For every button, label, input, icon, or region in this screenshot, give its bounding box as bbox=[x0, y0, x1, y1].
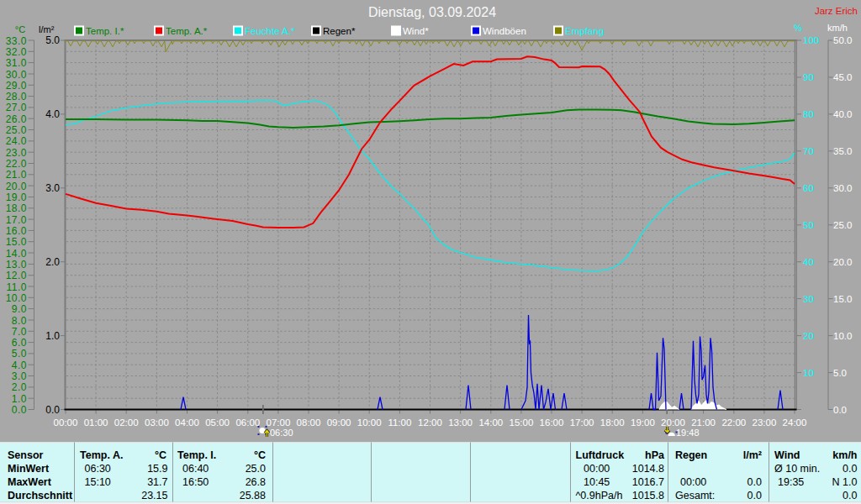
svg-text:23.15: 23.15 bbox=[141, 490, 167, 501]
svg-text:7.0: 7.0 bbox=[12, 326, 27, 338]
svg-text:19:00: 19:00 bbox=[631, 417, 655, 428]
svg-text:29.0: 29.0 bbox=[6, 80, 27, 92]
svg-text:Temp. I.*: Temp. I.* bbox=[86, 26, 124, 36]
svg-text:23.0: 23.0 bbox=[6, 147, 27, 159]
svg-text:04:00: 04:00 bbox=[175, 417, 199, 428]
svg-text:1.0: 1.0 bbox=[12, 393, 27, 405]
svg-text:10:00: 10:00 bbox=[357, 417, 382, 428]
svg-text:l/m²: l/m² bbox=[39, 24, 55, 34]
svg-text:02:00: 02:00 bbox=[114, 417, 139, 428]
svg-text:17.0: 17.0 bbox=[6, 214, 27, 226]
svg-text:Feuchte A.*: Feuchte A.* bbox=[245, 26, 295, 36]
svg-text:06:40: 06:40 bbox=[182, 463, 209, 475]
svg-text:hPa: hPa bbox=[645, 449, 665, 461]
svg-text:Wind: Wind bbox=[774, 449, 800, 461]
svg-text:80: 80 bbox=[803, 109, 814, 119]
svg-text:Gesamt:: Gesamt: bbox=[675, 490, 715, 501]
svg-text:0.0: 0.0 bbox=[747, 490, 762, 501]
svg-text:70: 70 bbox=[803, 146, 814, 156]
svg-text:4.0: 4.0 bbox=[12, 360, 27, 371]
svg-text:0.0: 0.0 bbox=[843, 490, 857, 501]
svg-text:°C: °C bbox=[15, 24, 25, 34]
svg-text:35.0: 35.0 bbox=[833, 146, 852, 156]
svg-text:27.0: 27.0 bbox=[6, 102, 27, 113]
svg-text:15.9: 15.9 bbox=[147, 463, 167, 475]
svg-text:05:00: 05:00 bbox=[205, 417, 230, 428]
svg-text:1.0: 1.0 bbox=[45, 330, 60, 342]
svg-text:11:00: 11:00 bbox=[388, 417, 411, 428]
svg-text:N 1.0: N 1.0 bbox=[832, 476, 858, 488]
svg-text:°C: °C bbox=[155, 449, 166, 461]
svg-text:23:00: 23:00 bbox=[753, 417, 777, 428]
svg-text:°C: °C bbox=[254, 449, 266, 461]
svg-text:Wind*: Wind* bbox=[403, 26, 429, 36]
svg-text:20.0: 20.0 bbox=[833, 257, 852, 267]
svg-text:24:00: 24:00 bbox=[783, 417, 807, 428]
svg-text:60: 60 bbox=[803, 183, 814, 193]
svg-text:15.0: 15.0 bbox=[833, 294, 852, 304]
svg-text:12:00: 12:00 bbox=[418, 417, 442, 428]
svg-text:km/h: km/h bbox=[832, 449, 857, 461]
svg-text:20:00: 20:00 bbox=[661, 417, 685, 428]
svg-text:18.0: 18.0 bbox=[6, 202, 27, 214]
svg-text:MinWert: MinWert bbox=[8, 463, 50, 475]
svg-text:21:00: 21:00 bbox=[691, 417, 716, 428]
svg-text:40.0: 40.0 bbox=[833, 109, 852, 119]
svg-text:%: % bbox=[794, 23, 802, 33]
svg-text:3.0: 3.0 bbox=[12, 370, 27, 382]
svg-text:40: 40 bbox=[803, 257, 814, 267]
svg-text:07:00: 07:00 bbox=[267, 417, 291, 428]
svg-text:10.0: 10.0 bbox=[833, 331, 852, 341]
svg-text:3.0: 3.0 bbox=[45, 182, 60, 194]
svg-text:09:00: 09:00 bbox=[327, 417, 351, 428]
svg-text:0.0: 0.0 bbox=[833, 405, 847, 415]
svg-text:Temp. A.*: Temp. A.* bbox=[166, 26, 208, 36]
svg-text:16.0: 16.0 bbox=[6, 225, 27, 237]
svg-text:10.0: 10.0 bbox=[6, 292, 27, 304]
svg-text:26.8: 26.8 bbox=[246, 476, 266, 488]
svg-text:Empfang: Empfang bbox=[565, 26, 604, 36]
svg-text:10:45: 10:45 bbox=[584, 476, 610, 488]
svg-text:1015.8: 1015.8 bbox=[632, 490, 664, 501]
svg-text:00:00: 00:00 bbox=[680, 476, 706, 488]
svg-text:Ø 10 min.: Ø 10 min. bbox=[774, 463, 820, 475]
svg-text:12.0: 12.0 bbox=[6, 270, 27, 281]
svg-text:2.0: 2.0 bbox=[12, 381, 27, 393]
svg-text:18:00: 18:00 bbox=[600, 417, 625, 428]
svg-text:06:30: 06:30 bbox=[270, 428, 293, 438]
svg-text:21.0: 21.0 bbox=[6, 169, 27, 181]
svg-text:Temp. I.: Temp. I. bbox=[177, 449, 216, 461]
svg-text:Windböen: Windböen bbox=[483, 26, 526, 36]
svg-text:4.0: 4.0 bbox=[45, 108, 60, 120]
svg-text:30.0: 30.0 bbox=[833, 183, 852, 193]
svg-text:24.0: 24.0 bbox=[6, 135, 27, 147]
svg-text:31.0: 31.0 bbox=[6, 57, 27, 69]
svg-text:5.0: 5.0 bbox=[12, 348, 27, 360]
svg-text:0.0: 0.0 bbox=[843, 463, 857, 475]
svg-text:km/h: km/h bbox=[827, 23, 848, 33]
svg-text:30: 30 bbox=[803, 294, 814, 304]
svg-text:14.0: 14.0 bbox=[6, 248, 27, 260]
svg-text:13:00: 13:00 bbox=[448, 417, 473, 428]
svg-text:31.7: 31.7 bbox=[147, 476, 167, 488]
svg-text:16:00: 16:00 bbox=[540, 417, 564, 428]
svg-text:6.0: 6.0 bbox=[12, 337, 27, 349]
svg-text:9.0: 9.0 bbox=[12, 303, 27, 315]
svg-text:l/m²: l/m² bbox=[743, 449, 762, 461]
svg-text:10: 10 bbox=[803, 368, 814, 378]
svg-text:Temp. A.: Temp. A. bbox=[80, 449, 123, 461]
svg-text:32.0: 32.0 bbox=[6, 46, 27, 58]
svg-text:19:35: 19:35 bbox=[778, 476, 804, 488]
svg-text:13.0: 13.0 bbox=[6, 259, 27, 270]
svg-text:50: 50 bbox=[803, 220, 814, 230]
svg-text:Regen*: Regen* bbox=[323, 26, 356, 36]
svg-text:14:00: 14:00 bbox=[478, 417, 503, 428]
svg-text:1014.8: 1014.8 bbox=[632, 463, 664, 475]
svg-text:33.0: 33.0 bbox=[6, 35, 27, 47]
svg-text:0.0: 0.0 bbox=[45, 404, 60, 416]
svg-text:5.0: 5.0 bbox=[45, 34, 60, 46]
svg-text:25.0: 25.0 bbox=[833, 220, 852, 230]
svg-text:MaxWert: MaxWert bbox=[8, 476, 52, 488]
svg-text:19.0: 19.0 bbox=[6, 192, 27, 203]
svg-text:15.0: 15.0 bbox=[6, 236, 27, 248]
